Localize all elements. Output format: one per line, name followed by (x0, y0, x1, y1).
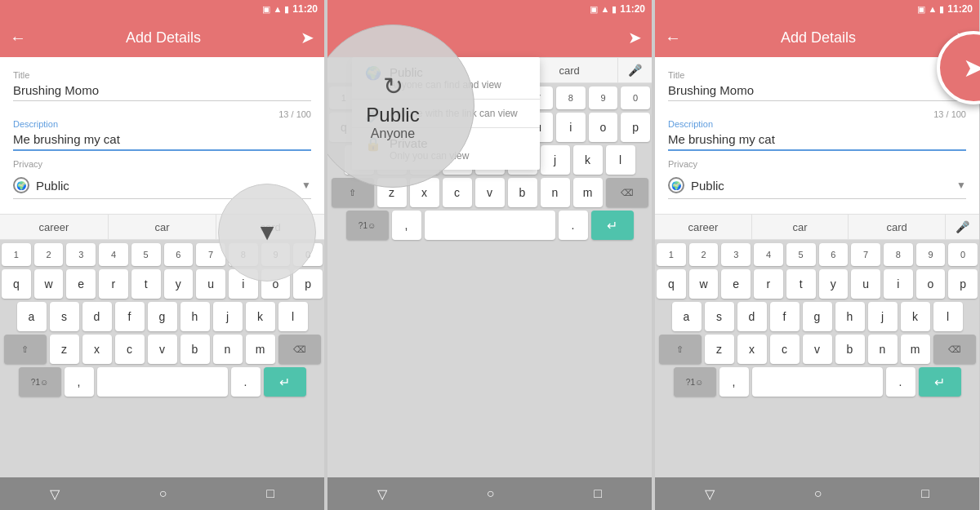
send-button-1[interactable]: ➤ (301, 28, 314, 47)
title-input-1[interactable] (13, 82, 311, 101)
nav-back-1[interactable]: ▽ (50, 486, 60, 502)
key-row-z-3: ⇧zxcvbnm⌫ (657, 335, 978, 364)
key-s[interactable]: s (50, 302, 79, 331)
key-4[interactable]: 4 (99, 243, 128, 266)
key-u[interactable]: u (196, 269, 225, 299)
desc-label-1: Description (13, 119, 311, 129)
suggestion-car-3[interactable]: car (752, 215, 849, 239)
title-label-3: Title (668, 70, 966, 80)
suggestion-card-3[interactable]: card (849, 215, 946, 239)
key-q[interactable]: q (2, 269, 31, 299)
key-n[interactable]: n (213, 335, 243, 364)
key-d[interactable]: d (82, 302, 112, 331)
key-row-bottom-3: ?1☺ , . ↵ (657, 367, 978, 397)
key-m[interactable]: m (246, 335, 275, 364)
key-v[interactable]: v (148, 335, 177, 364)
nav-bar-3: ▽ ○ □ (655, 477, 979, 510)
key-l[interactable]: l (278, 302, 308, 331)
signal-icon-3: ▣ (917, 4, 925, 15)
nav-back-3[interactable]: ▽ (705, 486, 715, 502)
status-icons-3: ▣ ▲ ▮ (917, 4, 944, 15)
key-g[interactable]: g (148, 302, 177, 331)
privacy-value-3: Public (691, 179, 956, 193)
wifi-icon: ▲ (273, 4, 282, 14)
key-c[interactable]: c (115, 335, 145, 364)
key2-9[interactable]: 9 (589, 86, 618, 109)
key-b[interactable]: b (180, 335, 210, 364)
key-f[interactable]: f (115, 302, 145, 331)
key-row-a-1: a s d f g h j k l (2, 302, 323, 331)
key-z[interactable]: z (50, 335, 79, 364)
key-3[interactable]: 3 (66, 243, 96, 266)
key-shift-1[interactable]: ⇧ (4, 335, 47, 364)
key-2[interactable]: 2 (34, 243, 64, 266)
key-space-1[interactable] (97, 367, 228, 397)
key-t[interactable]: t (131, 269, 161, 299)
privacy-row-3[interactable]: 🌍 Public ▼ (668, 172, 966, 199)
time-display-2: 11:20 (620, 3, 645, 15)
time-display-3: 11:20 (947, 3, 973, 15)
suggestion-career-1[interactable]: career (0, 215, 109, 239)
key2-8[interactable]: 8 (556, 86, 586, 109)
privacy-label-1: Privacy (13, 159, 311, 169)
desc-field-3: Description (668, 119, 966, 151)
globe-icon-1: 🌍 (13, 177, 29, 193)
nav-recent-1[interactable]: □ (266, 486, 274, 501)
back-button-1[interactable]: ← (10, 29, 26, 47)
key-sym-1[interactable]: ?1☺ (19, 367, 61, 397)
key-x[interactable]: x (82, 335, 112, 364)
key-k[interactable]: k (246, 302, 275, 331)
battery-icon-2: ▮ (612, 4, 617, 15)
back-button-3[interactable]: ← (665, 29, 681, 47)
key-period-1[interactable]: . (231, 367, 261, 397)
desc-input-3[interactable] (668, 131, 966, 151)
key-row-z-1: ⇧ z x c v b n m ⌫ (2, 335, 323, 364)
key-y[interactable]: y (164, 269, 194, 299)
public-circle-title: Public (366, 104, 419, 126)
nav-home-1[interactable]: ○ (159, 486, 167, 501)
key-5[interactable]: 5 (131, 243, 161, 266)
key-h[interactable]: h (180, 302, 210, 331)
desc-input-1[interactable] (13, 131, 311, 151)
desc-label-3: Description (668, 119, 966, 129)
send-button-2[interactable]: ➤ (628, 28, 642, 47)
mic-suggestion-3[interactable]: 🎤 (946, 215, 979, 239)
app-title-3: Add Details (781, 29, 856, 47)
suggestion-career-3[interactable]: career (655, 215, 752, 239)
key-p[interactable]: p (293, 269, 323, 299)
title-input-3[interactable] (668, 82, 966, 101)
nav-home-3[interactable]: ○ (814, 486, 822, 501)
battery-icon-3: ▮ (939, 4, 944, 15)
key-j[interactable]: j (213, 302, 243, 331)
nav-recent-2[interactable]: □ (594, 486, 602, 501)
battery-icon: ▮ (284, 4, 289, 15)
key-r[interactable]: r (99, 269, 128, 299)
status-icons-1: ▣ ▲ ▮ (262, 4, 289, 15)
number-row-3: 1234567890 (657, 243, 978, 266)
desc-field-1: Description (13, 119, 311, 151)
nav-bar-2: ▽ ○ □ (327, 477, 652, 510)
key-1[interactable]: 1 (2, 243, 31, 266)
time-display-1: 11:20 (292, 3, 318, 15)
key-backspace-1[interactable]: ⌫ (278, 335, 321, 364)
suggestion-car-1[interactable]: car (109, 215, 217, 239)
key2-0[interactable]: 0 (621, 86, 650, 109)
mic-icon-3: 🎤 (956, 220, 969, 233)
dropdown-arrow-1[interactable]: ▼ (301, 180, 311, 191)
key-w[interactable]: w (34, 269, 64, 299)
nav-back-2[interactable]: ▽ (377, 486, 387, 502)
dropdown-arrow-3[interactable]: ▼ (956, 180, 966, 191)
globe-icon-3: 🌍 (668, 177, 684, 193)
key-e[interactable]: e (66, 269, 96, 299)
status-icons-2: ▣ ▲ ▮ (590, 4, 617, 15)
key-a[interactable]: a (17, 302, 47, 331)
mic-suggestion-2[interactable]: 🎤 (618, 58, 652, 82)
nav-bar-1: ▽ ○ □ (0, 477, 324, 510)
key-comma-1[interactable]: , (65, 367, 94, 397)
key-6[interactable]: 6 (164, 243, 194, 266)
nav-recent-3[interactable]: □ (921, 486, 929, 501)
nav-home-2[interactable]: ○ (487, 486, 495, 501)
public-circle-icon: ↻ (383, 72, 403, 100)
title-field-1: Title (13, 70, 311, 101)
key-enter-1[interactable]: ↵ (264, 367, 306, 397)
